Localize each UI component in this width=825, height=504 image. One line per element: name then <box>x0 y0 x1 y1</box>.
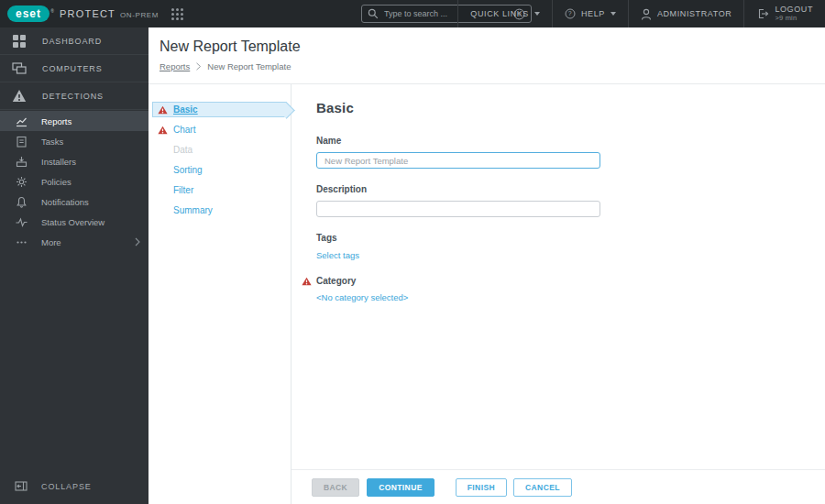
sidebar-item-reports[interactable]: Reports <box>0 111 148 131</box>
eset-logo-text: eset <box>16 7 41 20</box>
section-heading: Basic <box>316 100 825 115</box>
chevron-down-icon <box>610 12 616 16</box>
notifications-icon <box>16 196 28 208</box>
user-label: ADMINISTRATOR <box>657 9 732 18</box>
basic-form: Basic Name Description Tags Select tags … <box>292 84 825 469</box>
select-tags-link[interactable]: Select tags <box>316 250 359 260</box>
breadcrumb: Reports New Report Template <box>160 61 825 71</box>
sidebar-item-status-overview[interactable]: Status Overview <box>0 212 148 232</box>
policies-icon <box>16 176 28 188</box>
wizard-step-basic[interactable]: Basic <box>152 102 287 117</box>
search-icon <box>368 8 379 19</box>
top-menu: QUICK LINKS ? HELP ADMINISTRATOR <box>457 0 825 27</box>
sidebar-item-dashboard[interactable]: DASHBOARD <box>0 27 148 55</box>
chevron-down-icon <box>534 12 540 16</box>
warning-icon <box>158 126 168 135</box>
breadcrumb-current: New Report Template <box>207 61 291 71</box>
page-header: New Report Template Reports New Report T… <box>148 27 825 84</box>
name-field[interactable] <box>316 152 600 169</box>
eset-logo: eset ® <box>7 5 50 22</box>
help-label: HELP <box>581 9 605 18</box>
logout-timer: >9 min <box>775 14 813 23</box>
computers-icon <box>12 61 27 75</box>
help-icon: ? <box>565 8 576 19</box>
sidebar-collapse-button[interactable]: COLLAPSE <box>0 477 148 497</box>
category-select-link[interactable]: <No category selected> <box>316 292 408 302</box>
logout-label: LOGOUT <box>775 5 813 14</box>
name-label: Name <box>316 136 825 146</box>
quick-links-menu[interactable]: QUICK LINKS <box>457 0 552 27</box>
category-label: Category <box>316 276 356 286</box>
logout-icon <box>756 7 769 20</box>
cancel-button[interactable]: CANCEL <box>513 478 572 497</box>
help-menu[interactable]: ? HELP <box>552 0 628 27</box>
tags-label: Tags <box>316 233 825 243</box>
finish-button[interactable]: FINISH <box>456 478 507 497</box>
continue-button[interactable]: CONTINUE <box>367 478 434 497</box>
reports-icon <box>16 115 28 127</box>
wizard-step-sorting[interactable]: Sorting <box>152 162 287 178</box>
warning-icon <box>158 105 168 115</box>
sidebar-item-computers[interactable]: COMPUTERS <box>0 55 148 82</box>
more-icon <box>16 236 28 248</box>
apps-grid-icon[interactable] <box>171 8 183 20</box>
user-menu[interactable]: ADMINISTRATOR <box>628 0 743 27</box>
product-edition: ON-PREM <box>120 11 159 19</box>
breadcrumb-chevron-icon <box>195 62 202 71</box>
description-label: Description <box>316 184 825 194</box>
detections-icon <box>12 89 27 103</box>
dashboard-icon <box>12 34 27 49</box>
collapse-icon <box>15 480 28 494</box>
breadcrumb-reports-link[interactable]: Reports <box>160 61 190 71</box>
user-icon <box>641 8 652 20</box>
warning-icon <box>302 277 312 286</box>
sidebar-item-policies[interactable]: Policies <box>0 171 148 192</box>
wizard-step-chart[interactable]: Chart <box>152 122 287 137</box>
wizard-step-filter[interactable]: Filter <box>152 182 287 198</box>
sidebar-item-installers[interactable]: Installers <box>0 151 148 171</box>
logout-menu[interactable]: LOGOUT >9 min <box>743 0 825 27</box>
svg-text:?: ? <box>568 10 572 16</box>
sidebar-item-detections[interactable]: DETECTIONS <box>0 82 148 110</box>
back-button: BACK <box>312 478 359 497</box>
brand: eset ® PROTECT ON-PREM <box>0 5 183 22</box>
tasks-icon <box>16 136 28 148</box>
product-name: PROTECT <box>60 8 116 19</box>
wizard-step-nav: Basic Chart Data Sorting Filter Summary <box>148 84 292 504</box>
top-bar: eset ® PROTECT ON-PREM ? QUICK LINKS ? <box>0 0 825 27</box>
wizard-step-summary[interactable]: Summary <box>152 203 287 218</box>
registered-mark: ® <box>50 3 55 19</box>
installers-icon <box>16 156 28 168</box>
sidebar-item-tasks[interactable]: Tasks <box>0 131 148 151</box>
chevron-right-icon <box>135 237 140 247</box>
quick-links-label: QUICK LINKS <box>470 9 529 18</box>
description-field[interactable] <box>316 201 600 217</box>
sidebar-item-notifications[interactable]: Notifications <box>0 192 148 212</box>
sidebar-item-more[interactable]: More <box>0 232 148 252</box>
sidebar: DASHBOARD COMPUTERS DETECTIONS <box>0 27 148 504</box>
wizard-footer: BACK CONTINUE FINISH CANCEL <box>292 469 825 504</box>
page-title: New Report Template <box>160 38 825 55</box>
status-overview-icon <box>16 216 28 228</box>
wizard-step-data: Data <box>152 142 287 158</box>
